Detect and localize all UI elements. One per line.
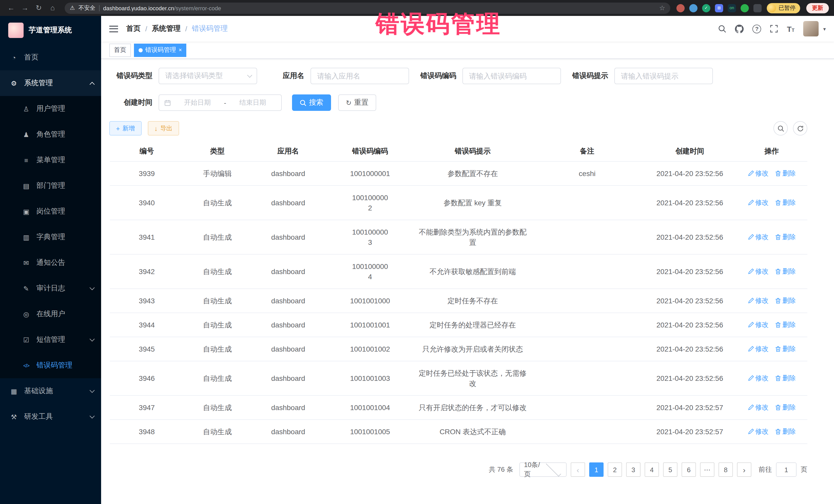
edit-link[interactable]: 修改	[748, 232, 769, 242]
page-button[interactable]: 5	[663, 462, 678, 477]
export-button[interactable]: ↓ 导出	[148, 121, 179, 135]
delete-link[interactable]: 删除	[775, 373, 796, 384]
delete-link[interactable]: 删除	[775, 266, 796, 277]
goto-page-input[interactable]	[776, 462, 796, 477]
sidebar-item-menu[interactable]: ≡菜单管理	[0, 147, 101, 173]
github-icon[interactable]	[735, 24, 744, 33]
search-icon	[300, 99, 306, 106]
error-type-select[interactable]: 请选择错误码类型	[159, 68, 257, 84]
cell-msg: 只有开启状态的任务，才可以修改	[415, 396, 531, 419]
page-button[interactable]: 1	[589, 462, 603, 477]
sidebar-item-online[interactable]: ◎在线用户	[0, 301, 101, 327]
page-button[interactable]: 6	[682, 462, 696, 477]
delete-link[interactable]: 删除	[775, 344, 796, 354]
profile-paused-badge[interactable]: 已暂停	[767, 3, 800, 13]
show-search-button[interactable]	[773, 121, 788, 135]
next-page-button[interactable]: ›	[737, 462, 751, 477]
sidebar-toggle-icon[interactable]	[109, 25, 118, 32]
add-button[interactable]: + 新增	[109, 121, 141, 135]
extensions-area: ✓ ⊞ on	[676, 4, 762, 12]
breadcrumb-item[interactable]: 系统管理	[152, 24, 181, 34]
avatar[interactable]	[803, 21, 819, 37]
page-button[interactable]: 2	[608, 462, 622, 477]
app-logo[interactable]: 芋道管理系统	[0, 16, 101, 45]
extension-icon[interactable]: ⊞	[715, 4, 723, 12]
reload-icon[interactable]: ↻	[33, 2, 45, 14]
sidebar-item-post[interactable]: ▣岗位管理	[0, 199, 101, 224]
edit-link[interactable]: 修改	[748, 168, 769, 179]
filter-row-2: 创建时间 开始日期 - 结束日期 搜索 ↻ 重置	[109, 94, 826, 111]
error-code-input[interactable]	[462, 68, 561, 84]
delete-link[interactable]: 删除	[775, 198, 796, 208]
page-size-select[interactable]: 10条/页	[520, 462, 567, 477]
font-size-icon[interactable]: TT	[787, 24, 794, 33]
sidebar-item-sms[interactable]: ☑短信管理	[0, 327, 101, 353]
sidebar-item-code[interactable]: </>错误码管理	[0, 353, 101, 378]
address-bar[interactable]: ⚠ 不安全 dashboard.yudao.iocoder.cn/system/…	[65, 2, 670, 14]
sidebar: 芋道管理系统 ◔首页⚙系统管理♙用户管理♟角色管理≡菜单管理▤部门管理▣岗位管理…	[0, 16, 101, 504]
search-icon[interactable]	[718, 25, 726, 33]
sidebar-item-user[interactable]: ♙用户管理	[0, 96, 101, 122]
search-button[interactable]: 搜索	[292, 94, 331, 111]
edit-link[interactable]: 修改	[748, 295, 769, 306]
chevron-down-icon[interactable]: ▾	[823, 26, 826, 31]
sidebar-item-log[interactable]: ✎审计日志	[0, 276, 101, 301]
delete-link[interactable]: 删除	[775, 295, 796, 306]
pager-ellipsis[interactable]: ⋯	[700, 462, 715, 477]
extension-icon[interactable]	[689, 4, 698, 12]
delete-link[interactable]: 删除	[775, 168, 796, 179]
bookmark-star-icon[interactable]: ☆	[659, 4, 665, 12]
extension-icon[interactable]	[676, 4, 685, 12]
browser-update-button[interactable]: 更新	[806, 3, 829, 13]
forward-icon[interactable]: →	[19, 2, 31, 14]
extension-icon[interactable]	[741, 4, 749, 12]
url-text: dashboard.yudao.iocoder.cn/system/error-…	[103, 5, 221, 11]
prev-page-button[interactable]: ‹	[571, 462, 585, 477]
column-header: 创建时间	[643, 141, 736, 161]
fullscreen-icon[interactable]	[770, 25, 778, 33]
sidebar-item-dict[interactable]: ▥字典管理	[0, 224, 101, 250]
app-name-input[interactable]	[310, 68, 409, 84]
tab-错误码管理[interactable]: 错误码管理×	[134, 43, 186, 57]
home-icon[interactable]: ⌂	[47, 2, 59, 14]
edit-link[interactable]: 修改	[748, 402, 769, 413]
edit-link[interactable]: 修改	[748, 266, 769, 277]
delete-link[interactable]: 删除	[775, 232, 796, 242]
sidebar-item-dept[interactable]: ▤部门管理	[0, 173, 101, 199]
reset-button-label: 重置	[354, 98, 369, 107]
edit-link[interactable]: 修改	[748, 426, 769, 437]
cell-msg: 定时任务已经处于该状态，无需修改	[415, 361, 531, 395]
delete-link[interactable]: 删除	[775, 320, 796, 330]
sidebar-item-role[interactable]: ♟角色管理	[0, 122, 101, 147]
sidebar-item-infra[interactable]: ▦基础设施	[0, 378, 101, 404]
edit-link[interactable]: 修改	[748, 198, 769, 208]
extension-icon[interactable]: ✓	[702, 4, 710, 12]
logo-image	[8, 23, 24, 38]
edit-link[interactable]: 修改	[748, 344, 769, 354]
back-icon[interactable]: ←	[5, 2, 17, 14]
edit-link[interactable]: 修改	[748, 373, 769, 384]
close-icon[interactable]: ×	[179, 47, 182, 53]
sidebar-item-dashboard[interactable]: ◔首页	[0, 45, 101, 70]
extension-puzzle-icon[interactable]	[753, 4, 762, 12]
sidebar-item-tools[interactable]: ⚒研发工具	[0, 404, 101, 430]
sidebar-item-gear[interactable]: ⚙系统管理	[0, 70, 101, 96]
extension-icon[interactable]: on	[728, 4, 736, 12]
tab-首页[interactable]: 首页	[109, 43, 131, 57]
page-button[interactable]: 3	[626, 462, 640, 477]
export-button-label: 导出	[160, 124, 172, 133]
page-button[interactable]: 8	[719, 462, 733, 477]
column-header: 编号	[110, 141, 184, 161]
delete-link[interactable]: 删除	[775, 402, 796, 413]
breadcrumb-item[interactable]: 首页	[126, 24, 140, 34]
date-range-picker[interactable]: 开始日期 - 结束日期	[159, 94, 282, 111]
reset-button[interactable]: ↻ 重置	[338, 94, 376, 111]
edit-link[interactable]: 修改	[748, 320, 769, 330]
help-icon[interactable]: ?	[753, 24, 761, 33]
error-msg-input[interactable]	[614, 68, 713, 84]
delete-link[interactable]: 删除	[775, 426, 796, 437]
sidebar-item-notice[interactable]: ✉通知公告	[0, 250, 101, 276]
page-button[interactable]: 4	[644, 462, 659, 477]
refresh-button[interactable]	[793, 121, 807, 135]
cell-id: 3947	[110, 396, 184, 419]
